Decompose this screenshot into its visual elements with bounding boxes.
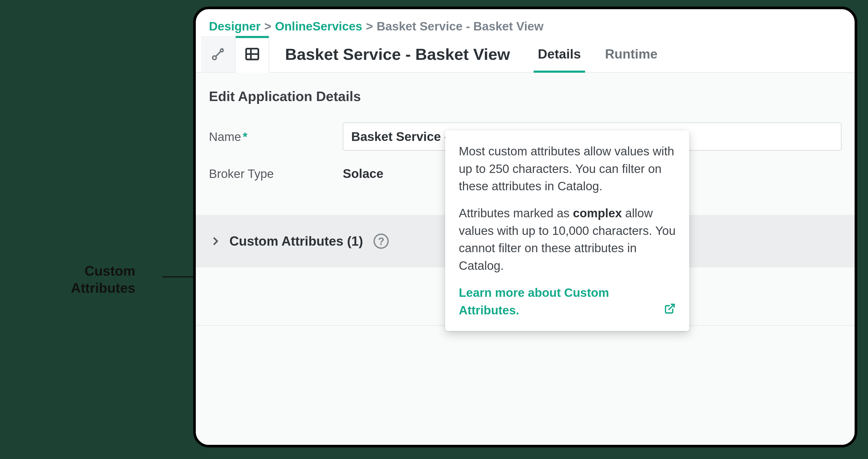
breadcrumb-sep-2: > [366, 19, 373, 33]
svg-point-2 [222, 48, 223, 49]
breadcrumb-designer[interactable]: Designer [209, 19, 261, 33]
external-link-icon [664, 302, 676, 319]
annotation-line2: Attributes [71, 279, 135, 297]
graph-icon [211, 47, 225, 61]
tooltip-learn-more-link[interactable]: Learn more about Custom Attributes. [459, 284, 676, 319]
app-window: Designer > OnlineServices > Basket Servi… [193, 6, 857, 448]
label-name: Name* [209, 130, 332, 144]
detail-tabs: Details Runtime [536, 36, 659, 72]
chevron-right-icon [209, 235, 222, 248]
table-icon [244, 46, 260, 62]
custom-attributes-title: Custom Attributes (1) [229, 234, 363, 249]
help-tooltip: Most custom attributes allow values with… [445, 130, 689, 331]
name-label-text: Name [209, 130, 241, 144]
breadcrumb-onlineservices[interactable]: OnlineServices [275, 19, 362, 33]
annotation-label: Custom Attributes [71, 263, 135, 297]
annotation-line1: Custom [71, 263, 135, 279]
breadcrumb: Designer > OnlineServices > Basket Servi… [196, 9, 855, 36]
svg-point-1 [220, 49, 223, 52]
tooltip-link-text: Learn more about Custom Attributes. [459, 284, 658, 319]
breadcrumb-sep-1: > [264, 19, 271, 33]
required-asterisk: * [243, 130, 248, 144]
svg-line-3 [216, 52, 220, 56]
tab-row: Basket Service - Basket View Details Run… [196, 36, 855, 73]
breadcrumb-current: Basket Service - Basket View [377, 19, 544, 33]
tooltip-p1: Most custom attributes allow values with… [459, 143, 676, 195]
tab-runtime[interactable]: Runtime [603, 36, 659, 72]
tooltip-p2: Attributes marked as complex allow value… [459, 205, 676, 275]
tooltip-complex-word: complex [573, 206, 622, 220]
tooltip-p2a: Attributes marked as [459, 206, 573, 220]
help-glyph: ? [378, 236, 384, 247]
label-broker: Broker Type [209, 166, 332, 181]
content-panel: Edit Application Details Name* Broker Ty… [196, 73, 855, 448]
tab-details[interactable]: Details [536, 36, 582, 72]
svg-point-0 [213, 56, 216, 60]
page-title: Basket Service - Basket View [269, 36, 526, 72]
annotation-connector [162, 276, 193, 277]
help-icon[interactable]: ? [373, 234, 389, 249]
broker-value: Solace [343, 161, 383, 186]
section-title: Edit Application Details [196, 88, 855, 117]
svg-line-7 [669, 304, 674, 309]
table-view-button[interactable] [235, 36, 269, 73]
graph-view-button[interactable] [201, 36, 235, 72]
